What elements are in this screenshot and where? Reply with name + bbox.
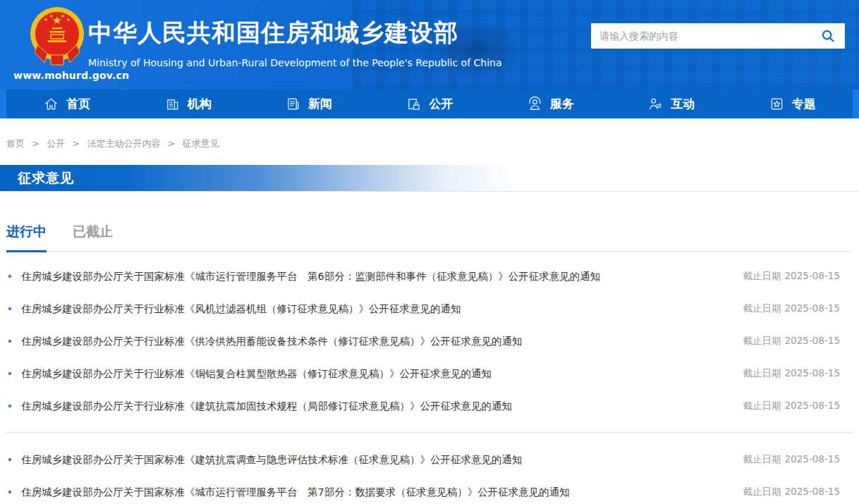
- breadcrumb-home[interactable]: 首页: [6, 138, 25, 149]
- deadline: 截止日期2025-08-15: [743, 453, 840, 466]
- site-header: ★ ★ ★ ★ ★ www.mohurd.gov.cn 中华人民共和国住房和城乡…: [0, 0, 859, 90]
- notice-title-link[interactable]: 住房城乡建设部办公厅关于行业标准《铜铝复合柱翼型散热器（修订征求意见稿）》公开征…: [21, 367, 743, 381]
- home-icon: [43, 96, 59, 112]
- svg-text:★: ★: [61, 13, 65, 19]
- breadcrumb-separator: >: [72, 138, 80, 149]
- deadline-label: 截止日期: [743, 486, 781, 497]
- nav-item-label: 公开: [429, 96, 453, 112]
- breadcrumb-separator: >: [32, 138, 39, 149]
- deadline: 截止日期2025-08-15: [743, 367, 840, 380]
- deadline-date: 2025-08-15: [785, 486, 840, 497]
- breadcrumb-disclosure[interactable]: 公开: [47, 138, 65, 149]
- list-item[interactable]: 住房城乡建设部办公厅关于国家标准《建筑抗震调查与隐患评估技术标准（征求意见稿）》…: [6, 443, 853, 476]
- deadline-date: 2025-08-15: [785, 302, 840, 314]
- search-input[interactable]: [599, 30, 820, 42]
- nav-item-service[interactable]: 服务: [490, 90, 611, 118]
- site-title: 中华人民共和国住房和城乡建设部: [88, 17, 502, 49]
- nav-item-news[interactable]: 新闻: [248, 90, 369, 118]
- nav-item-disclosure[interactable]: 公开: [369, 90, 489, 118]
- breadcrumb-current[interactable]: 征求意见: [183, 138, 219, 149]
- section-banner: 征求意见: [0, 165, 859, 192]
- breadcrumb-separator: >: [168, 138, 176, 149]
- dotted-divider: [6, 432, 853, 433]
- disclosure-lock-icon: [406, 96, 422, 112]
- notice-title-link[interactable]: 住房城乡建设部办公厅关于国家标准《城市运行管理服务平台 第6部分：监测部件和事件…: [21, 270, 743, 283]
- main-nav: 首页 机构 新闻 公开 服务: [0, 90, 859, 118]
- deadline-label: 截止日期: [743, 270, 781, 281]
- nav-item-label: 互动: [671, 96, 695, 112]
- search-icon[interactable]: [820, 27, 836, 44]
- nav-item-interaction[interactable]: 互动: [611, 90, 731, 118]
- deadline: 截止日期2025-08-15: [743, 335, 840, 348]
- bullet-icon: [8, 275, 11, 278]
- breadcrumb: 首页 > 公开 > 法定主动公开内容 > 征求意见: [6, 137, 853, 150]
- bullet-icon: [8, 307, 11, 310]
- nav-item-topics[interactable]: 专题: [732, 90, 853, 118]
- notice-title-link[interactable]: 住房城乡建设部办公厅关于国家标准《建筑抗震调查与隐患评估技术标准（征求意见稿）》…: [21, 453, 743, 467]
- list-item[interactable]: 住房城乡建设部办公厅关于国家标准《城市运行管理服务平台 第6部分：监测部件和事件…: [6, 260, 853, 293]
- deadline-date: 2025-08-15: [785, 453, 840, 465]
- nav-item-label: 首页: [66, 96, 90, 112]
- national-emblem-icon: ★ ★ ★ ★ ★: [28, 56, 86, 69]
- breadcrumb-statutory-disclosure[interactable]: 法定主动公开内容: [87, 138, 160, 149]
- service-person-icon: [527, 96, 543, 112]
- deadline: 截止日期2025-08-15: [743, 270, 840, 283]
- deadline-date: 2025-08-15: [785, 335, 840, 346]
- news-icon: [285, 96, 301, 112]
- deadline-label: 截止日期: [743, 400, 781, 411]
- notice-title-link[interactable]: 住房城乡建设部办公厅关于行业标准《供冷供热用蓄能设备技术条件（修订征求意见稿）》…: [21, 335, 743, 348]
- deadline-label: 截止日期: [743, 335, 781, 346]
- svg-text:★: ★: [49, 13, 54, 19]
- deadline-label: 截止日期: [743, 453, 781, 465]
- bullet-icon: [8, 405, 11, 407]
- site-url: www.mohurd.gov.cn: [13, 70, 101, 81]
- nav-item-organization[interactable]: 机构: [127, 90, 248, 118]
- bullet-icon: [8, 340, 11, 343]
- bullet-icon: [8, 458, 11, 461]
- tab-in-progress[interactable]: 进行中: [6, 223, 47, 252]
- notice-list: 住房城乡建设部办公厅关于国家标准《城市运行管理服务平台 第6部分：监测部件和事件…: [6, 260, 853, 504]
- deadline-date: 2025-08-15: [785, 367, 840, 379]
- bullet-icon: [8, 491, 11, 493]
- deadline-date: 2025-08-15: [785, 270, 840, 281]
- notice-title-link[interactable]: 住房城乡建设部办公厅关于行业标准《风机过滤器机组（修订征求意见稿）》公开征求意见…: [21, 302, 743, 316]
- status-tabs: 进行中 已截止: [6, 223, 853, 252]
- list-item[interactable]: 住房城乡建设部办公厅关于行业标准《建筑抗震加固技术规程（局部修订征求意见稿）》公…: [6, 390, 853, 422]
- svg-text:★: ★: [66, 17, 71, 23]
- organization-icon: [164, 96, 181, 112]
- deadline-label: 截止日期: [743, 367, 781, 379]
- masthead-titles: 中华人民共和国住房和城乡建设部 Ministry of Housing and …: [88, 17, 502, 68]
- nav-item-label: 机构: [188, 96, 212, 112]
- nav-item-home[interactable]: 首页: [6, 90, 127, 118]
- topic-star-icon: [769, 96, 785, 112]
- list-item[interactable]: 住房城乡建设部办公厅关于行业标准《供冷供热用蓄能设备技术条件（修订征求意见稿）》…: [6, 325, 853, 357]
- deadline-label: 截止日期: [743, 302, 781, 314]
- nav-item-label: 专题: [792, 96, 816, 112]
- list-item[interactable]: 住房城乡建设部办公厅关于行业标准《铜铝复合柱翼型散热器（修订征求意见稿）》公开征…: [6, 357, 853, 390]
- page-title: 征求意见: [18, 169, 74, 188]
- deadline: 截止日期2025-08-15: [743, 486, 840, 498]
- notice-title-link[interactable]: 住房城乡建设部办公厅关于国家标准《城市运行管理服务平台 第7部分：数据要求（征求…: [21, 486, 743, 499]
- list-item[interactable]: 住房城乡建设部办公厅关于行业标准《风机过滤器机组（修订征求意见稿）》公开征求意见…: [6, 293, 853, 325]
- notice-title-link[interactable]: 住房城乡建设部办公厅关于行业标准《建筑抗震加固技术规程（局部修订征求意见稿）》公…: [21, 400, 743, 413]
- svg-text:★: ★: [44, 17, 48, 23]
- nav-item-label: 新闻: [308, 96, 332, 112]
- nav-item-label: 服务: [550, 96, 574, 112]
- deadline: 截止日期2025-08-15: [743, 400, 840, 412]
- list-item[interactable]: 住房城乡建设部办公厅关于国家标准《城市运行管理服务平台 第7部分：数据要求（征求…: [6, 476, 853, 504]
- deadline: 截止日期2025-08-15: [743, 302, 840, 315]
- bullet-icon: [8, 372, 11, 375]
- deadline-date: 2025-08-15: [785, 400, 840, 411]
- site-subtitle: Ministry of Housing and Urban-Rural Deve…: [88, 57, 502, 68]
- tab-closed[interactable]: 已截止: [73, 223, 113, 251]
- interaction-icon: [647, 96, 664, 112]
- search-box: [591, 23, 845, 49]
